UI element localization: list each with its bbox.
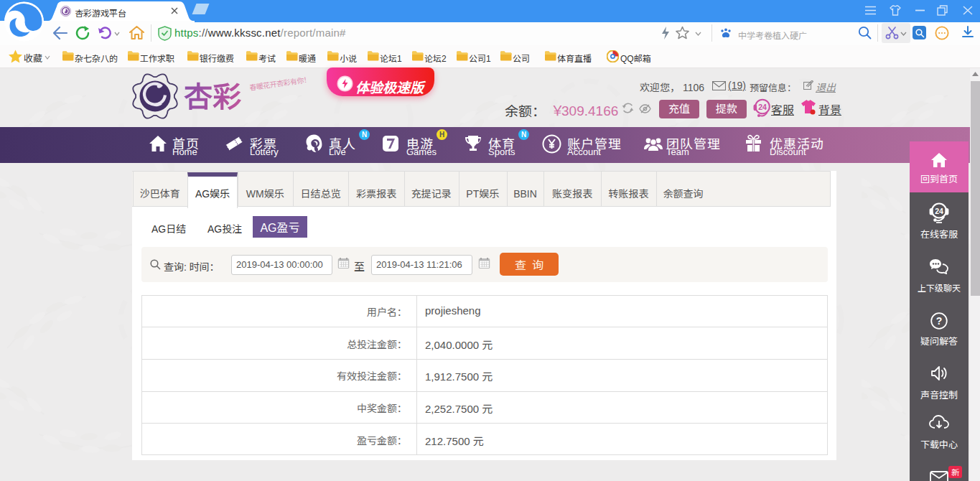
svg-text:24: 24 (935, 207, 943, 215)
svg-text:24: 24 (758, 103, 767, 111)
svg-text:?: ? (936, 315, 943, 327)
